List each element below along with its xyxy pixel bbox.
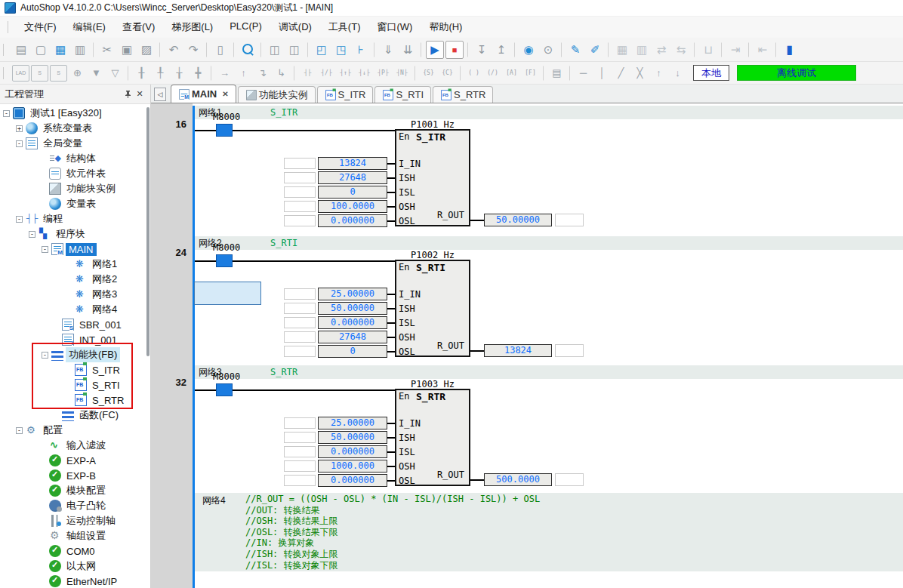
comment-box-button[interactable]: ▤ (548, 65, 566, 82)
selection-cursor-cell[interactable] (194, 282, 261, 305)
line-corner-up-button[interactable]: ↳ (273, 65, 290, 82)
contact-closed-button[interactable]: ┤/├ (318, 65, 335, 82)
monitor-button[interactable]: ◉ (519, 41, 538, 59)
operand-cell[interactable] (284, 158, 316, 169)
tab-close-icon[interactable]: ✕ (222, 90, 228, 98)
tree-item[interactable]: 函数(FC) (0, 408, 146, 423)
contact-m8000[interactable] (216, 124, 233, 137)
tree-item[interactable]: 功能块实例 (0, 181, 146, 196)
tree-scrollbar[interactable] (146, 107, 149, 356)
input-value[interactable]: 1000.000 (318, 460, 387, 473)
input-value[interactable]: 50.00000 (318, 431, 387, 444)
variable-monitor-button[interactable]: ▦ (613, 41, 631, 59)
operand-cell[interactable] (284, 215, 316, 226)
step-out-button[interactable]: ⇤ (754, 41, 772, 59)
output-operand-cell[interactable] (555, 473, 584, 486)
coil-not-button[interactable]: (/) (484, 65, 501, 82)
tree-item[interactable]: EXP-A (0, 453, 146, 468)
tree-item[interactable]: - 功能块(FB) (0, 347, 146, 362)
paste-button[interactable]: ▨ (137, 41, 156, 59)
operand-cell[interactable] (284, 346, 316, 357)
network-header[interactable]: 网络3 S_RTR (195, 365, 903, 379)
tree-item[interactable]: - 测试1 [Easy320] (0, 106, 146, 121)
tree-item[interactable]: - 程序块 (0, 226, 146, 242)
tree-item[interactable]: - MAIN (0, 242, 146, 257)
delete-button[interactable]: ▯ (211, 41, 230, 59)
force-value-button[interactable]: ✐ (586, 41, 604, 59)
contact-pos-button[interactable]: ┤P├ (374, 65, 392, 82)
compile-all-button[interactable]: ⇊ (399, 41, 417, 59)
expander-icon[interactable]: - (16, 216, 23, 223)
operand-cell[interactable] (284, 475, 316, 486)
instruction-f-button[interactable]: [F] (522, 65, 539, 82)
editor-tab[interactable]: S_ITR (317, 86, 374, 103)
operand-cell[interactable] (284, 303, 316, 314)
sfc-mode-button[interactable]: S (31, 65, 48, 82)
insert-node-button[interactable]: ╋ (190, 65, 207, 82)
editor-tab[interactable]: S_RTR (433, 86, 493, 103)
upload-button[interactable]: ↥ (492, 41, 510, 59)
network-header[interactable]: 网络1 S_ITR (195, 106, 903, 119)
tree-item[interactable]: 网络2 (0, 272, 146, 287)
editor-tab[interactable]: 功能块实例 (238, 86, 316, 103)
offline-debug-button[interactable]: 离线调试 (737, 65, 856, 81)
contact-neg-button[interactable]: ┤N├ (393, 65, 411, 82)
redo-button[interactable]: ↷ (184, 41, 202, 59)
operand-cell[interactable] (284, 186, 316, 198)
contact-m8000[interactable] (216, 383, 233, 396)
window-cascade-button[interactable]: ◰ (313, 41, 331, 59)
line-right-button[interactable]: → (216, 65, 233, 82)
input-value[interactable]: 13824 (318, 157, 387, 170)
new-file-button[interactable]: ▤ (12, 41, 30, 59)
variable-edit-button[interactable]: ▥ (633, 41, 651, 59)
output-value[interactable]: 50.00000 (484, 214, 552, 226)
step-into-button[interactable]: ⇥ (726, 41, 744, 59)
operand-cell[interactable] (284, 201, 316, 212)
menu-item[interactable]: 工具(T) (320, 17, 369, 37)
tree-item[interactable]: S_ITR (0, 362, 146, 377)
menu-item[interactable]: PLC(P) (221, 17, 270, 37)
open-project-button[interactable]: ▢ (32, 41, 50, 59)
operand-cell[interactable] (284, 317, 316, 328)
print-button[interactable]: ◫ (285, 41, 304, 59)
print-preview-button[interactable]: ◫ (266, 41, 284, 59)
pin-icon[interactable] (122, 88, 134, 100)
write-value-button[interactable]: ✎ (566, 41, 584, 59)
coil-out-button[interactable]: ( ) (465, 65, 482, 82)
input-value[interactable]: 25.00000 (318, 417, 387, 429)
tree-item[interactable]: 结构体 (0, 151, 146, 166)
delete-row-button[interactable]: ▽ (106, 65, 124, 82)
operand-cell[interactable] (284, 432, 316, 443)
expander-icon[interactable]: - (3, 110, 10, 117)
delete-hline-button[interactable]: ╱ (612, 65, 630, 82)
draw-vline-button[interactable]: │ (593, 65, 611, 82)
run-button[interactable]: ▶ (426, 41, 444, 59)
tree-item[interactable]: - 全局变量 (0, 136, 146, 151)
operand-cell[interactable] (284, 288, 316, 300)
editor-tab[interactable]: MAIN ✕ (171, 85, 236, 103)
input-value[interactable]: 100.0000 (318, 200, 387, 213)
line-up-button[interactable]: ↑ (235, 65, 252, 82)
oscilloscope-button[interactable]: ⊙ (539, 41, 557, 59)
tree-item[interactable]: - 编程 (0, 211, 146, 226)
input-value[interactable]: 0.000000 (318, 445, 387, 458)
tree-item[interactable]: EtherNet/IP (0, 574, 146, 588)
tree-item[interactable]: 轴组设置 (0, 528, 146, 543)
insert-branch-button[interactable]: ╁ (171, 65, 188, 82)
menu-item[interactable]: 梯形图(L) (163, 17, 221, 37)
upload-compare-button[interactable]: ⇄ (652, 41, 670, 59)
tree-item[interactable]: S_RTI (0, 377, 146, 393)
menu-item[interactable]: 调试(D) (270, 17, 320, 37)
coil-set-button[interactable]: {S} (420, 65, 437, 82)
menu-item[interactable]: 窗口(W) (368, 17, 421, 37)
compile-button[interactable]: ⇓ (379, 41, 397, 59)
tree-item[interactable]: 电子凸轮 (0, 498, 146, 513)
tree-item[interactable]: EXP-B (0, 468, 146, 483)
il-mode-button[interactable]: S (50, 65, 67, 82)
menu-item[interactable]: 文件(F) (16, 17, 65, 37)
window-export-button[interactable]: ◳ (332, 41, 350, 59)
tab-scroll-left-button[interactable]: ◁ (154, 88, 166, 101)
operand-cell[interactable] (284, 460, 316, 472)
tree-item[interactable]: 模块配置 (0, 483, 146, 498)
output-value[interactable]: 500.0000 (484, 473, 552, 486)
